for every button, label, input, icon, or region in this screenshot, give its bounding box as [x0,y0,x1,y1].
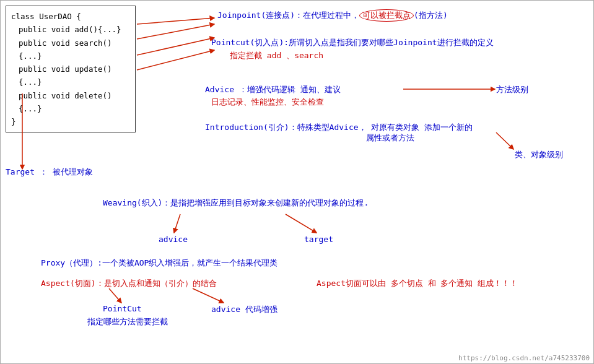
joinpoint-label: Joinpoint(连接点)：在代理过程中，可以被拦截点(指方法) [217,9,448,22]
pointcut-label: Pointcut(切入点):所谓切入点是指我们要对哪些Joinpoint进行拦截… [211,37,494,49]
introduction-label: Introduction(引介)：特殊类型Advice， 对原有类对象 添加一个… [205,121,473,134]
diagram-area: class UserDAO { public void add(){...} p… [1,1,594,364]
pointcut-desc: 指定哪些方法需要拦截 [87,316,168,327]
pointcut-sub-label: PointCut [103,304,142,313]
advice-label: Advice ：增强代码逻辑 通知、建议 [205,84,341,95]
code-line-3: public void search(){...} [11,37,130,63]
introduction-sub: 属性或者方法 [366,132,414,144]
joinpoint-oval: 可以被拦截点 [359,9,414,22]
weaving-label: Weaving(织入)：是指把增强应用到目标对象来创建新的代理对象的过程. [103,197,369,209]
svg-line-0 [137,18,214,24]
code-line-6: } [11,115,130,128]
code-box: class UserDAO { public void add(){...} p… [6,6,136,132]
aspect-right-label: Aspect切面可以由 多个切点 和 多个通知 组成！！！ [317,278,518,289]
aspect-label: Aspect(切面)：是切入点和通知（引介）的结合 [41,278,217,289]
svg-line-3 [137,50,214,70]
svg-line-2 [137,38,214,55]
code-line-5: public void delete(){...} [11,89,130,116]
svg-line-7 [174,214,180,233]
code-line-4: public void update(){...} [11,63,130,89]
code-line-2: public void add(){...} [11,23,130,36]
watermark: https://blog.csdn.net/a745233700 [458,354,590,362]
svg-line-8 [286,214,317,233]
svg-line-9 [109,288,121,303]
weaving-target: target [304,235,333,244]
pointcut-sub: 指定拦截 add 、search [230,50,323,61]
advice-right-label: 方法级别 [496,84,528,95]
svg-line-6 [496,132,513,149]
proxy-label: Proxy（代理）:一个类被AOP织入增强后，就产生一个结果代理类 [41,258,277,269]
code-line-1: class UserDAO { [11,10,130,23]
advice-code-label: advice 代码增强 [211,304,277,315]
svg-line-1 [137,24,214,39]
svg-line-10 [193,288,224,303]
target-label: Target ： 被代理对象 [6,167,93,178]
advice-sub-label: 日志记录、性能监控、安全检查 [211,97,324,108]
weaving-advice: advice [159,235,188,244]
introduction-right: 类、对象级别 [515,149,563,160]
